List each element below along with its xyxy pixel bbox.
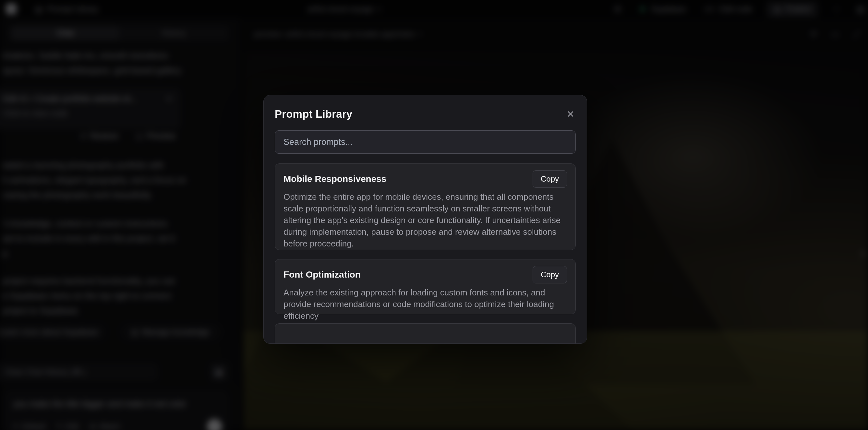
- prompt-card[interactable]: Mobile Responsiveness Copy Optimize the …: [275, 163, 576, 250]
- close-button[interactable]: ✕: [565, 108, 576, 120]
- prompt-card[interactable]: Font Optimization Copy Analyze the exist…: [275, 259, 576, 314]
- copy-button[interactable]: Copy: [533, 170, 567, 188]
- prompt-library-modal: Prompt Library ✕ Mobile Responsiveness C…: [264, 95, 587, 344]
- prompt-card[interactable]: [275, 323, 576, 343]
- search-input[interactable]: [275, 130, 576, 154]
- prompt-description: Optimize the entire app for mobile devic…: [283, 191, 567, 249]
- modal-header: Prompt Library ✕: [275, 106, 576, 122]
- app-window: ▤ Prompt Library artful-cloud-voyage ▾ ⚙…: [0, 0, 868, 430]
- copy-button[interactable]: Copy: [533, 266, 567, 283]
- prompt-title: Mobile Responsiveness: [283, 174, 386, 184]
- prompt-list[interactable]: Mobile Responsiveness Copy Optimize the …: [275, 163, 576, 343]
- prompt-description: Analyze the existing approach for loadin…: [283, 287, 567, 322]
- prompt-title: Font Optimization: [283, 270, 361, 280]
- modal-title: Prompt Library: [275, 108, 352, 120]
